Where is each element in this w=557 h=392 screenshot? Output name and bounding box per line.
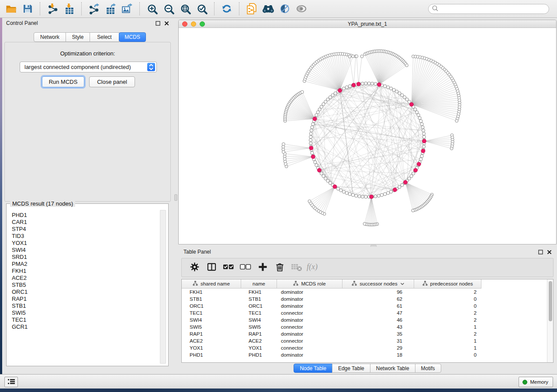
save-session-button[interactable] (21, 2, 35, 16)
cell-predecessor_nodes[interactable]: 2 (414, 317, 481, 323)
cell-shared_name[interactable]: FKH1 (182, 289, 241, 295)
cell-shared_name[interactable]: TEC1 (182, 310, 241, 316)
mcds-result-scrollbar[interactable] (160, 210, 166, 364)
tab-network[interactable]: Network (34, 32, 66, 42)
tab-network-table[interactable]: Network Table (370, 364, 415, 373)
table-row[interactable]: ORC1ORC1dominator610 (182, 303, 547, 309)
table-row[interactable]: YOX1YOX1connector291 (182, 344, 547, 351)
cell-predecessor_nodes[interactable]: 2 (414, 331, 481, 337)
import-table-button[interactable] (62, 2, 76, 16)
export-table-button[interactable] (104, 2, 118, 16)
cell-name[interactable]: ORC1 (241, 303, 277, 309)
import-network-button[interactable] (45, 2, 59, 16)
cell-mcds_role[interactable]: dominator (277, 317, 343, 323)
cell-mcds_role[interactable]: connector (277, 338, 343, 344)
table-row[interactable]: ACE2ACE2connector311 (182, 337, 547, 344)
mcds-result-item[interactable]: GCR1 (12, 323, 158, 330)
mcds-result-item[interactable]: FKH1 (12, 268, 158, 275)
cell-predecessor_nodes[interactable]: 0 (414, 352, 481, 358)
find-button[interactable] (261, 2, 275, 16)
select-all-columns-button[interactable] (223, 262, 234, 273)
cell-shared_name[interactable]: RAP1 (182, 331, 241, 337)
cell-shared_name[interactable]: ORC1 (182, 303, 241, 309)
mcds-result-item[interactable]: CAR1 (12, 219, 158, 226)
mcds-result-item[interactable]: SWI5 (12, 309, 158, 316)
cell-name[interactable]: YOX1 (241, 345, 277, 351)
mcds-result-item[interactable]: ORC1 (12, 289, 158, 296)
create-column-button[interactable] (257, 262, 268, 273)
table-row[interactable]: RAP1RAP1dominator352 (182, 330, 547, 337)
network-canvas[interactable] (179, 28, 556, 244)
table-row[interactable]: TEC1TEC1connector472 (182, 309, 547, 316)
search-input[interactable] (441, 5, 549, 13)
cell-successor_nodes[interactable]: 47 (343, 310, 414, 316)
export-network-button[interactable] (87, 2, 101, 16)
mcds-result-item[interactable]: PHD1 (12, 212, 158, 219)
cell-mcds_role[interactable]: connector (277, 324, 343, 330)
cell-mcds_role[interactable]: dominator (277, 352, 343, 358)
cell-successor_nodes[interactable]: 31 (343, 338, 414, 344)
cell-name[interactable]: SWI5 (241, 324, 277, 330)
cell-predecessor_nodes[interactable]: 0 (414, 303, 481, 309)
cell-name[interactable]: PHD1 (241, 352, 277, 358)
table-row[interactable]: STB1STB1dominator620 (182, 296, 547, 303)
float-panel-icon[interactable] (538, 250, 543, 254)
mcds-result-item[interactable]: PMA2 (12, 261, 158, 268)
cell-name[interactable]: FKH1 (241, 289, 277, 295)
hide-graphics-details-button[interactable] (278, 2, 292, 16)
vertical-splitter[interactable] (173, 18, 178, 374)
zoom-in-button[interactable] (145, 2, 159, 16)
mcds-result-item[interactable]: ACE2 (12, 275, 158, 282)
column-header-name[interactable]: name (241, 279, 277, 289)
cell-mcds_role[interactable]: dominator (277, 296, 343, 302)
mcds-result-item[interactable]: RAP1 (12, 296, 158, 303)
mcds-result-item[interactable]: SRD1 (12, 254, 158, 261)
cell-mcds_role[interactable]: connector (277, 310, 343, 316)
cell-predecessor_nodes[interactable]: 1 (414, 324, 481, 330)
column-header-predecessor-nodes[interactable]: predecessor nodes (414, 279, 481, 289)
mcds-result-item[interactable]: STB1 (12, 303, 158, 309)
table-row[interactable]: SWI5SWI5connector431 (182, 323, 547, 330)
cell-name[interactable]: ACE2 (241, 338, 277, 344)
cell-name[interactable]: STB1 (241, 296, 277, 302)
delete-column-button[interactable] (274, 262, 285, 273)
show-graphics-details-button[interactable] (294, 2, 308, 16)
table-row[interactable]: PHD1PHD1dominator180 (182, 351, 547, 358)
zoom-out-button[interactable] (162, 2, 176, 16)
cell-successor_nodes[interactable]: 29 (343, 345, 414, 351)
search-box[interactable] (428, 4, 549, 14)
column-header-successor-nodes[interactable]: successor nodes (343, 279, 414, 289)
export-image-button[interactable] (120, 2, 134, 16)
cell-shared_name[interactable]: SWI4 (182, 317, 241, 323)
cell-successor_nodes[interactable]: 46 (343, 317, 414, 323)
column-header-MCDS-role[interactable]: MCDS role (277, 279, 343, 289)
cell-successor_nodes[interactable]: 18 (343, 352, 414, 358)
float-panel-icon[interactable] (156, 21, 160, 26)
mcds-result-item[interactable]: TEC1 (12, 316, 158, 323)
table-settings-button[interactable] (189, 262, 200, 273)
zoom-fit-button[interactable] (178, 2, 192, 16)
cell-successor_nodes[interactable]: 96 (343, 289, 414, 295)
cell-predecessor_nodes[interactable]: 0 (414, 296, 481, 302)
close-panel-icon[interactable] (547, 250, 552, 254)
zoom-selected-button[interactable] (195, 2, 209, 16)
mcds-result-item[interactable]: TID3 (12, 233, 158, 240)
memory-button[interactable]: Memory (519, 377, 553, 387)
cell-successor_nodes[interactable]: 35 (343, 331, 414, 337)
tab-edge-table[interactable]: Edge Table (332, 364, 370, 373)
cell-shared_name[interactable]: STB1 (182, 296, 241, 302)
cell-shared_name[interactable]: PHD1 (182, 352, 241, 358)
table-row[interactable]: FKH1FKH1dominator962 (182, 289, 547, 296)
close-panel-icon[interactable] (164, 21, 169, 26)
cell-mcds_role[interactable]: connector (277, 345, 343, 351)
column-header-shared-name[interactable]: shared name (182, 279, 241, 289)
table-scrollbar[interactable] (547, 279, 553, 362)
tab-mcds[interactable]: MCDS (119, 32, 146, 42)
cell-shared_name[interactable]: YOX1 (182, 345, 241, 351)
cell-successor_nodes[interactable]: 62 (343, 296, 414, 302)
cell-mcds_role[interactable]: dominator (277, 289, 343, 295)
cell-mcds_role[interactable]: dominator (277, 331, 343, 337)
cell-successor_nodes[interactable]: 61 (343, 303, 414, 309)
close-panel-button[interactable]: Close panel (89, 76, 135, 87)
open-file-button[interactable] (4, 2, 18, 16)
